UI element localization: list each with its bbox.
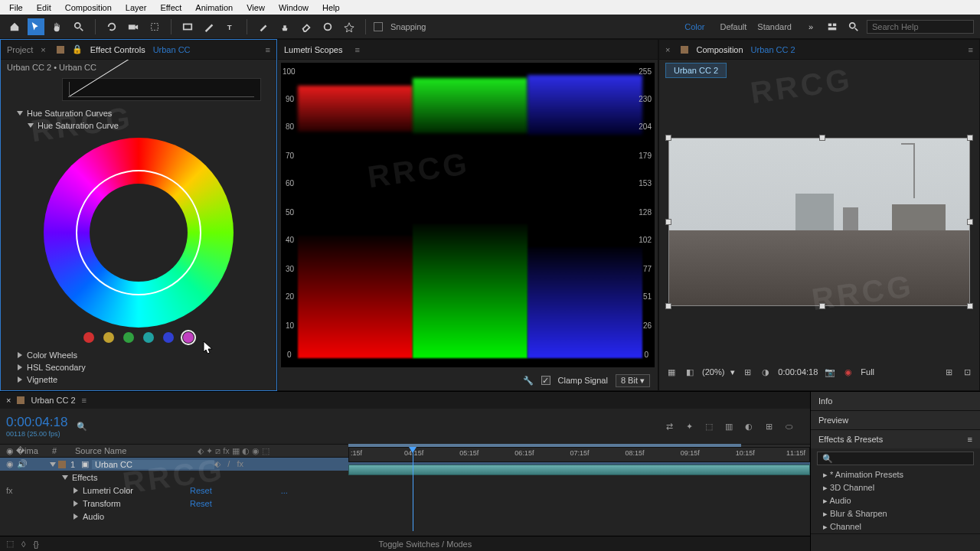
layer-name[interactable]: Urban CC bbox=[92, 460, 214, 469]
swatch-magenta[interactable] bbox=[183, 332, 194, 343]
toggle-switches-button[interactable]: Toggle Switches / Modes bbox=[47, 540, 804, 549]
search-icon[interactable] bbox=[845, 18, 862, 35]
puppet-tool[interactable] bbox=[341, 18, 358, 35]
type-tool[interactable]: T bbox=[222, 18, 239, 35]
audio-icon[interactable]: 🔊 bbox=[17, 459, 28, 469]
color-wheels-group[interactable]: Color Wheels bbox=[1, 349, 276, 361]
transform-group-row[interactable]: Transform Reset bbox=[0, 497, 810, 510]
clone-stamp-tool[interactable] bbox=[276, 18, 293, 35]
zoom-tool[interactable] bbox=[70, 18, 87, 35]
reset-link[interactable]: Reset bbox=[190, 499, 212, 508]
effects-presets-header[interactable]: Effects & Presets≡ bbox=[811, 430, 980, 448]
panel-menu-icon[interactable]: ≡ bbox=[354, 45, 359, 54]
mask-toggle-icon[interactable]: ◑ bbox=[760, 366, 772, 378]
layer-row[interactable]: ◉ 🔊 1 ▣ Urban CC ⬖ / fx bbox=[0, 458, 810, 471]
workspace-color-link[interactable]: Color bbox=[684, 22, 704, 31]
tl-footer-icon[interactable]: ◊ bbox=[21, 540, 25, 549]
tab-effect-controls[interactable]: Effect Controls bbox=[90, 45, 145, 54]
workspace-settings-icon[interactable] bbox=[824, 18, 841, 35]
transform-handle[interactable] bbox=[665, 135, 671, 141]
menu-edit[interactable]: Edit bbox=[31, 2, 57, 14]
preset-audio[interactable]: ▸ Audio bbox=[811, 494, 980, 507]
close-tab-icon[interactable]: × bbox=[6, 396, 11, 405]
menu-help[interactable]: Help bbox=[316, 2, 346, 14]
workspace-default[interactable]: Default bbox=[720, 22, 746, 31]
audio-group-row[interactable]: Audio bbox=[0, 510, 810, 523]
transform-handle[interactable] bbox=[819, 135, 825, 141]
menu-file[interactable]: File bbox=[3, 2, 29, 14]
motion-blur-icon[interactable]: ◐ bbox=[741, 419, 756, 433]
overflow-icon[interactable]: » bbox=[802, 18, 819, 35]
composition-viewer[interactable] bbox=[665, 92, 973, 358]
swatch-green[interactable] bbox=[123, 332, 134, 343]
preview-panel-header[interactable]: Preview bbox=[811, 411, 980, 429]
layer-color-swatch[interactable] bbox=[58, 461, 66, 468]
color-mgmt-icon[interactable]: ◉ bbox=[842, 366, 854, 378]
pan-behind-tool[interactable] bbox=[146, 18, 163, 35]
transform-handle[interactable] bbox=[665, 219, 671, 225]
menu-view[interactable]: View bbox=[240, 2, 271, 14]
clamp-signal-checkbox[interactable]: ✓ bbox=[541, 376, 550, 385]
preset-blur-sharpen[interactable]: ▸ Blur & Sharpen bbox=[811, 507, 980, 520]
menu-animation[interactable]: Animation bbox=[189, 2, 239, 14]
transform-handle[interactable] bbox=[967, 303, 973, 309]
resolution-select[interactable]: Full bbox=[861, 367, 874, 377]
tab-lumetri-scopes[interactable]: Lumetri Scopes bbox=[284, 45, 342, 54]
swatch-blue[interactable] bbox=[163, 332, 174, 343]
alpha-icon[interactable]: ◧ bbox=[684, 366, 696, 378]
transform-handle[interactable] bbox=[967, 219, 973, 225]
tab-composition[interactable]: Composition bbox=[696, 45, 743, 54]
hsl-secondary-group[interactable]: HSL Secondary bbox=[1, 361, 276, 373]
hue-saturation-curves-group[interactable]: Hue Saturation Curves bbox=[1, 107, 276, 119]
eraser-tool[interactable] bbox=[298, 18, 315, 35]
swatch-cyan[interactable] bbox=[143, 332, 154, 343]
transform-handle[interactable] bbox=[967, 135, 973, 141]
workspace-standard[interactable]: Standard bbox=[757, 22, 792, 31]
home-icon[interactable] bbox=[6, 18, 23, 35]
tab-project[interactable]: Project bbox=[7, 45, 33, 54]
transform-handle[interactable] bbox=[665, 303, 671, 309]
frame-blend-icon[interactable]: ▥ bbox=[721, 419, 737, 433]
panel-menu-icon[interactable]: ≡ bbox=[266, 45, 270, 54]
preset-3d-channel[interactable]: ▸ 3D Channel bbox=[811, 481, 980, 494]
panel-menu-icon[interactable]: ≡ bbox=[82, 396, 87, 405]
timeline-search-icon[interactable]: 🔍 bbox=[77, 422, 87, 432]
roto-brush-tool[interactable] bbox=[319, 18, 336, 35]
wrench-icon[interactable]: 🔧 bbox=[523, 376, 534, 386]
pen-tool[interactable] bbox=[201, 18, 217, 35]
shy-icon[interactable]: ⬚ bbox=[701, 419, 717, 433]
hue-saturation-curve-prop[interactable]: Hue Saturation Curve bbox=[1, 119, 276, 132]
hand-tool[interactable] bbox=[49, 18, 66, 35]
menu-composition[interactable]: Composition bbox=[59, 2, 118, 14]
tl-footer-icon[interactable]: {} bbox=[33, 540, 38, 549]
curve-thumbnail[interactable] bbox=[62, 78, 261, 101]
options-link[interactable]: ... bbox=[281, 486, 288, 495]
snapshot-icon[interactable]: 📷 bbox=[824, 366, 836, 378]
camera-tool[interactable] bbox=[125, 18, 142, 35]
panel-menu-icon[interactable]: ≡ bbox=[969, 45, 973, 54]
swatch-yellow[interactable] bbox=[103, 332, 114, 343]
vignette-group[interactable]: Vignette bbox=[1, 373, 276, 386]
menu-window[interactable]: Window bbox=[273, 2, 315, 14]
visibility-icon[interactable]: ◉ bbox=[6, 459, 17, 469]
panel-menu-icon[interactable]: ≡ bbox=[968, 435, 972, 444]
viewer-timecode[interactable]: 0:00:04:18 bbox=[778, 367, 818, 377]
info-panel-header[interactable]: Info bbox=[811, 392, 980, 410]
menu-effect[interactable]: Effect bbox=[154, 2, 188, 14]
effects-group-row[interactable]: Effects bbox=[0, 471, 810, 484]
transform-handle[interactable] bbox=[819, 303, 825, 309]
rectangle-tool[interactable] bbox=[179, 18, 196, 35]
draft3d-icon[interactable]: ✦ bbox=[681, 419, 697, 433]
resolution-icon[interactable]: ⊞ bbox=[741, 366, 753, 378]
tab-composition-link[interactable]: Urban CC 2 bbox=[751, 45, 795, 54]
snapping-checkbox[interactable] bbox=[374, 22, 383, 31]
viewer-settings-icon[interactable]: ⊡ bbox=[961, 366, 973, 378]
brainstorm-icon[interactable]: ⬭ bbox=[781, 419, 796, 433]
lock-icon[interactable]: 🔒 bbox=[72, 44, 83, 54]
selection-tool[interactable] bbox=[28, 18, 44, 35]
search-help-input[interactable] bbox=[867, 20, 974, 34]
close-tab-icon[interactable]: × bbox=[41, 45, 45, 54]
menu-layer[interactable]: Layer bbox=[119, 2, 153, 14]
bit-depth-select[interactable]: 8 Bit ▾ bbox=[616, 374, 650, 387]
viewer-grid-icon[interactable]: ⊞ bbox=[942, 366, 955, 378]
